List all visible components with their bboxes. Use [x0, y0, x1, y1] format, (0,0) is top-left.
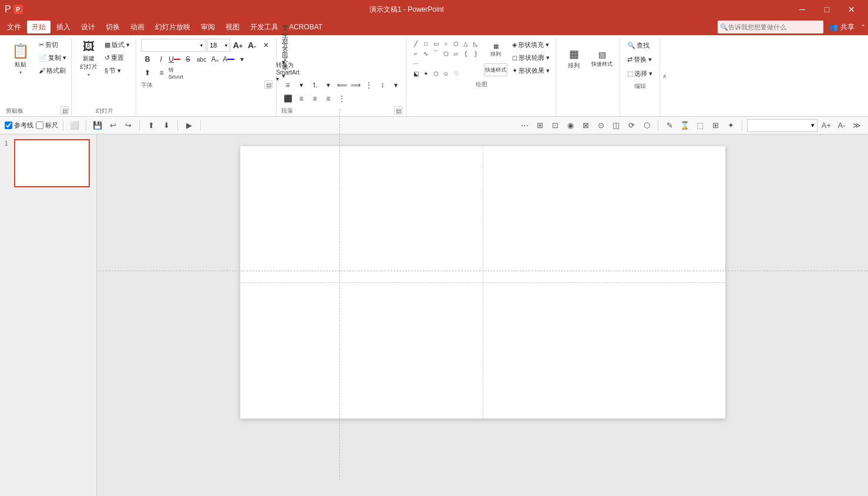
shape-star-btn[interactable]: ✦ [421, 69, 430, 78]
linespace-button[interactable]: ↕ [376, 79, 389, 91]
convert-smartart-button[interactable]: 转SmArt [169, 67, 182, 79]
shape-fill-button[interactable]: ◈ 形状填充 ▾ [510, 39, 552, 50]
qa-right-7[interactable]: ⟳ [625, 119, 638, 132]
bullet-list-button[interactable]: ≡ [281, 79, 294, 91]
font-name-dropdown[interactable]: ▾ [200, 43, 203, 48]
qa-right-12[interactable]: ⊞ [709, 119, 722, 132]
quick-styles-big-btn[interactable]: ▤ 快速样式 [588, 39, 616, 79]
qa-extra[interactable]: ≫ [850, 119, 863, 132]
hide-panel-button[interactable]: ⬜ [68, 119, 81, 132]
menu-design[interactable]: 设计 [76, 21, 100, 33]
qa-font-dec[interactable]: A- [835, 119, 848, 132]
shape-pentagon-btn[interactable]: ⬠ [441, 49, 450, 58]
align-left-button[interactable]: ⬛ [281, 93, 294, 104]
qa-right-8[interactable]: ⬡ [640, 119, 653, 132]
maximize-button[interactable]: □ [815, 1, 839, 18]
new-slide-dropdown[interactable]: ▾ [88, 72, 90, 77]
shape-line-btn[interactable]: ╱ [411, 39, 420, 48]
shape-effects-button[interactable]: ✦ 形状效果 ▾ [510, 65, 552, 76]
style-input[interactable]: ▾ [747, 119, 817, 132]
shape-smiley-btn[interactable]: ☺ [441, 69, 450, 78]
ruler-checkbox[interactable]: 标尺 [36, 121, 58, 130]
increase-indent-button[interactable]: ⟹ [349, 79, 362, 91]
shape-curve-btn[interactable]: ∿ [421, 49, 430, 58]
paste-dropdown[interactable]: ▾ [19, 70, 22, 75]
clipboard-expand[interactable]: ▤ [60, 106, 69, 114]
move-up-button[interactable]: ⬆ [144, 119, 157, 132]
move-down-button[interactable]: ⬇ [160, 119, 173, 132]
convert-smartart-btn[interactable]: 转换为SmartArt ▾ [281, 66, 294, 77]
font-color-button[interactable]: A [222, 53, 235, 65]
shape-callout-btn[interactable]: ⬕ [411, 69, 420, 78]
shape-rect-btn[interactable]: □ [421, 39, 430, 48]
justify-button[interactable]: ≡ [322, 93, 335, 104]
shape-heart-btn[interactable]: ♡ [451, 69, 460, 78]
save-qa-button[interactable]: 💾 [91, 119, 104, 132]
qa-right-4[interactable]: ⊠ [579, 119, 592, 132]
shape-triangle-btn[interactable]: △ [461, 39, 470, 48]
slide-preview-1[interactable] [14, 139, 90, 187]
slide-thumb-1[interactable]: 1 [5, 139, 90, 187]
num-dropdown[interactable]: ▾ [322, 79, 335, 91]
align-text-button[interactable]: ≡ [155, 67, 168, 79]
menu-review[interactable]: 审阅 [196, 21, 220, 33]
find-button[interactable]: 🔍 查找 [625, 39, 655, 52]
shape-freeform-btn[interactable]: ⌒ [431, 49, 440, 58]
new-slide-button[interactable]: 🖼 新建幻灯片 ▾ [76, 39, 101, 79]
bullet-dropdown[interactable]: ▾ [295, 79, 308, 91]
play-button[interactable]: ▶ [183, 119, 196, 132]
ref-line-checkbox[interactable]: 参考线 [5, 121, 33, 130]
clear-format-button[interactable]: ✕ [260, 39, 272, 51]
menu-home[interactable]: 开始 [27, 21, 51, 33]
layout-button[interactable]: ▦ 版式 ▾ [102, 39, 132, 50]
section-button[interactable]: § 节 ▾ [102, 65, 132, 76]
underline-button[interactable]: U [168, 53, 181, 65]
qa-right-13[interactable]: ✦ [724, 119, 737, 132]
search-input[interactable] [728, 23, 810, 31]
qa-right-11[interactable]: ⬚ [694, 119, 706, 132]
search-bar[interactable]: 🔍 [718, 21, 823, 33]
font-color-dropdown[interactable]: ▾ [235, 53, 248, 65]
menu-slideshow[interactable]: 幻灯片放映 [150, 21, 195, 33]
align-right-button[interactable]: ≡ [308, 93, 321, 104]
qa-right-5[interactable]: ⊙ [594, 119, 607, 132]
shape-hexagon-btn[interactable]: ⬡ [431, 69, 440, 78]
qa-right-9[interactable]: ✎ [663, 119, 676, 132]
paste-button[interactable]: 📋 粘贴 ▾ [6, 39, 35, 79]
quick-styles-btn[interactable]: 快速样式 [484, 63, 507, 76]
bold-button[interactable]: B [141, 53, 154, 65]
slide-canvas[interactable] [240, 146, 725, 419]
copy-button[interactable]: 📄 复制 ▾ [36, 52, 69, 63]
menu-animations[interactable]: 动画 [126, 21, 149, 33]
shape-rect2-btn[interactable]: ▭ [431, 39, 440, 48]
shape-parallelogram-btn[interactable]: ▱ [451, 49, 460, 58]
arrange-button[interactable]: ▦ 排列 [485, 39, 506, 62]
decrease-indent-button[interactable]: ⟸ [335, 79, 348, 91]
shadow-button[interactable]: abc [195, 53, 208, 65]
align-center-button[interactable]: ≡ [295, 93, 308, 104]
qa-right-2[interactable]: ⊡ [549, 119, 561, 132]
charspacing-button[interactable]: Aᵥ [208, 53, 221, 65]
strikethrough-button[interactable]: S [181, 53, 194, 65]
shape-bracket-btn[interactable]: { [461, 49, 470, 58]
show-more-button[interactable]: ⋯ [518, 119, 531, 132]
close-button[interactable]: ✕ [840, 1, 863, 18]
shape-brace-btn[interactable]: } [471, 49, 480, 58]
style-dropdown[interactable]: ▾ [811, 122, 815, 129]
linespace-dropdown[interactable]: ▾ [389, 79, 402, 91]
qa-right-3[interactable]: ◉ [564, 119, 577, 132]
reset-button[interactable]: ↺ 重置 [102, 52, 132, 63]
select-button[interactable]: ⬚ 选择 ▾ [625, 67, 655, 80]
qa-right-6[interactable]: ◫ [610, 119, 623, 132]
share-button[interactable]: 👥 共享 [825, 21, 859, 33]
shape-lightning-btn[interactable]: ⌐ [411, 49, 420, 58]
font-increase-button[interactable]: A+ [231, 39, 244, 51]
replace-button[interactable]: ⇄ 替换 ▾ [625, 53, 655, 66]
ruler-check[interactable] [36, 122, 43, 129]
shape-arrow-btn[interactable]: ⬡ [451, 39, 460, 48]
cut-button[interactable]: ✂ 剪切 [36, 39, 69, 50]
qa-right-1[interactable]: ⊞ [533, 119, 546, 132]
menu-file[interactable]: 文件 [2, 21, 26, 33]
text-direction-button[interactable]: ⬆ [141, 67, 154, 79]
format-painter-button[interactable]: 🖌 格式刷 [36, 65, 69, 76]
